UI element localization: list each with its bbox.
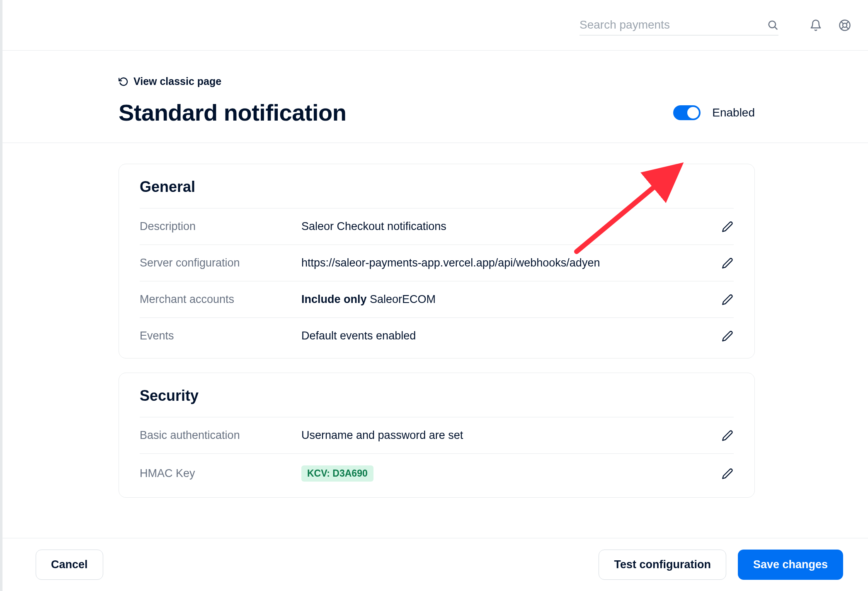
enabled-toggle[interactable] bbox=[673, 105, 701, 120]
merchant-include-only: Include only bbox=[301, 293, 367, 305]
hmac-badge: KCV: D3A690 bbox=[301, 465, 373, 482]
row-events: Events Default events enabled bbox=[140, 317, 734, 354]
row-value-basic-auth: Username and password are set bbox=[301, 429, 721, 442]
row-server-config: Server configuration https://saleor-paym… bbox=[140, 245, 734, 281]
svg-line-4 bbox=[841, 22, 843, 24]
bell-icon[interactable] bbox=[809, 19, 822, 32]
security-card: Security Basic authentication Username a… bbox=[119, 373, 755, 498]
row-value-merchant-accounts: Include only SaleorECOM bbox=[301, 293, 721, 306]
row-label-basic-auth: Basic authentication bbox=[140, 429, 301, 442]
row-label-merchant-accounts: Merchant accounts bbox=[140, 293, 301, 306]
edit-icon[interactable] bbox=[721, 467, 734, 480]
row-label-events: Events bbox=[140, 329, 301, 342]
save-changes-button[interactable]: Save changes bbox=[738, 550, 843, 580]
row-description: Description Saleor Checkout notification… bbox=[140, 208, 734, 245]
merchant-name: SaleorECOM bbox=[367, 293, 436, 305]
row-basic-auth: Basic authentication Username and passwo… bbox=[140, 417, 734, 453]
edit-icon[interactable] bbox=[721, 220, 734, 233]
edit-icon[interactable] bbox=[721, 257, 734, 269]
enabled-label: Enabled bbox=[712, 106, 755, 119]
header-divider bbox=[2, 143, 868, 143]
row-label-description: Description bbox=[140, 220, 301, 233]
row-merchant-accounts: Merchant accounts Include only SaleorECO… bbox=[140, 281, 734, 317]
svg-line-6 bbox=[846, 22, 849, 24]
help-icon[interactable] bbox=[838, 19, 851, 32]
svg-line-1 bbox=[775, 27, 777, 29]
row-value-events: Default events enabled bbox=[301, 329, 721, 342]
svg-line-7 bbox=[841, 27, 843, 29]
edit-icon[interactable] bbox=[721, 330, 734, 342]
row-value-description: Saleor Checkout notifications bbox=[301, 220, 721, 233]
search-field[interactable] bbox=[579, 15, 778, 36]
general-title: General bbox=[140, 178, 734, 196]
row-label-hmac-key: HMAC Key bbox=[140, 467, 301, 480]
view-classic-label: View classic page bbox=[133, 75, 221, 87]
security-title: Security bbox=[140, 387, 734, 404]
undo-icon bbox=[119, 77, 129, 87]
edit-icon[interactable] bbox=[721, 429, 734, 442]
test-configuration-button[interactable]: Test configuration bbox=[599, 550, 726, 580]
content-area: View classic page Standard notification … bbox=[2, 51, 868, 538]
top-bar bbox=[2, 0, 868, 51]
row-label-server-config: Server configuration bbox=[140, 257, 301, 269]
edit-icon[interactable] bbox=[721, 293, 734, 306]
svg-line-5 bbox=[846, 27, 849, 29]
enabled-group: Enabled bbox=[673, 105, 755, 120]
row-value-server-config: https://saleor-payments-app.vercel.app/a… bbox=[301, 257, 721, 269]
page-header-row: Standard notification Enabled bbox=[119, 99, 755, 126]
row-value-hmac-key: KCV: D3A690 bbox=[301, 465, 721, 482]
search-icon[interactable] bbox=[767, 19, 778, 31]
cancel-button[interactable]: Cancel bbox=[36, 550, 103, 580]
view-classic-link[interactable]: View classic page bbox=[119, 75, 755, 87]
general-card: General Description Saleor Checkout noti… bbox=[119, 164, 755, 358]
footer-bar: Cancel Test configuration Save changes bbox=[2, 538, 868, 591]
page-title: Standard notification bbox=[119, 99, 347, 126]
row-hmac-key: HMAC Key KCV: D3A690 bbox=[140, 453, 734, 493]
search-input[interactable] bbox=[579, 18, 762, 31]
